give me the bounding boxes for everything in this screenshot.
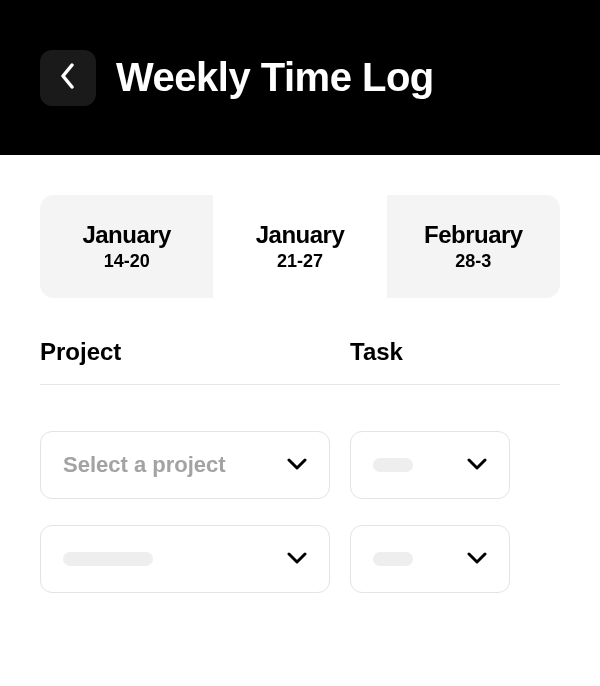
- project-select-placeholder: [63, 552, 153, 566]
- column-header-task: Task: [350, 338, 403, 366]
- back-button[interactable]: [40, 50, 96, 106]
- project-select[interactable]: [40, 525, 330, 593]
- table-row: Select a project: [40, 431, 560, 499]
- week-month: January: [82, 221, 171, 249]
- task-select-placeholder: [373, 458, 413, 472]
- week-tabs: January 14-20 January 21-27 February 28-…: [40, 195, 560, 298]
- chevron-down-icon: [467, 456, 487, 474]
- chevron-left-icon: [60, 63, 76, 93]
- week-month: February: [424, 221, 523, 249]
- column-header-project: Project: [40, 338, 330, 366]
- week-range: 28-3: [455, 251, 491, 272]
- task-select[interactable]: [350, 525, 510, 593]
- week-tab-next[interactable]: February 28-3: [387, 195, 560, 298]
- week-range: 14-20: [104, 251, 150, 272]
- week-tab-prev[interactable]: January 14-20: [40, 195, 213, 298]
- project-select[interactable]: Select a project: [40, 431, 330, 499]
- page-title: Weekly Time Log: [116, 55, 434, 100]
- columns-header: Project Task: [40, 338, 560, 385]
- chevron-down-icon: [287, 550, 307, 568]
- task-select-placeholder: [373, 552, 413, 566]
- rows: Select a project: [40, 431, 560, 593]
- table-row: [40, 525, 560, 593]
- chevron-down-icon: [287, 456, 307, 474]
- chevron-down-icon: [467, 550, 487, 568]
- project-select-placeholder: Select a project: [63, 452, 226, 478]
- week-tab-current[interactable]: January 21-27: [213, 195, 386, 298]
- task-select[interactable]: [350, 431, 510, 499]
- app-header: Weekly Time Log: [0, 0, 600, 155]
- content: January 14-20 January 21-27 February 28-…: [0, 155, 600, 659]
- week-month: January: [256, 221, 345, 249]
- week-range: 21-27: [277, 251, 323, 272]
